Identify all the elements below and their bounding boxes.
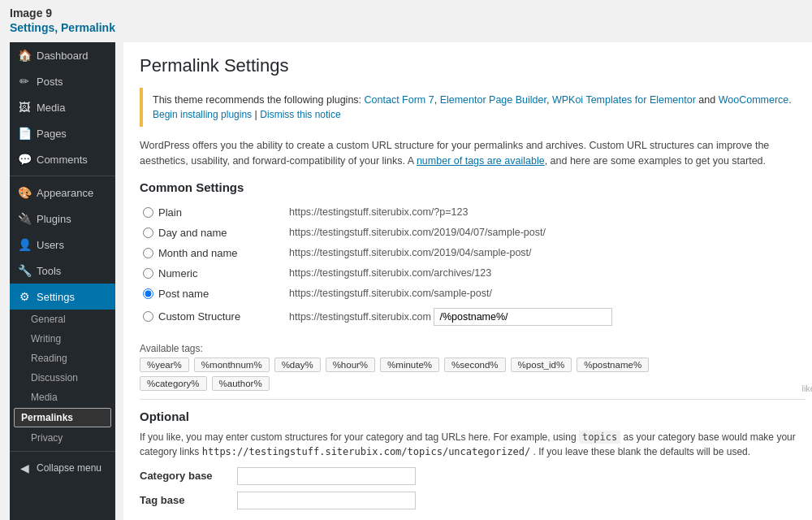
wp-layout: 🏠 Dashboard ✏ Posts 🖼 Media 📄 Pages 💬 Co… [10,42,812,520]
sidebar-item-appearance[interactable]: 🎨 Appearance [10,180,115,206]
description: WordPress offers you the ability to crea… [140,138,806,169]
tag-base-label: Tag base [140,494,237,506]
sidebar-item-label: Users [37,239,64,251]
sidebar-sub-discussion[interactable]: Discussion [10,368,115,388]
notice-link-woocommerce[interactable]: WooCommerce [719,94,789,106]
sidebar-sub-privacy[interactable]: Privacy [10,428,115,448]
custom-structure-radio[interactable] [143,311,153,322]
settings-icon: ⚙ [18,290,31,303]
day-name-label[interactable]: Day and name [143,227,283,239]
custom-structure-input[interactable] [434,308,612,326]
appearance-icon: 🎨 [18,186,31,199]
tag-postname[interactable]: %postname% [577,358,649,372]
image-label: Image 9 [10,6,802,20]
base-fields: Category base Tag base [140,467,806,509]
tag-base-row: Tag base [140,492,806,509]
users-icon: 👤 [18,238,31,251]
sidebar-collapse-menu[interactable]: ◀ Collapse menu [10,455,115,481]
url-example: https://testingstuff.siterubix.com/topic… [202,446,531,457]
sidebar-sub-permalinks[interactable]: Permalinks [14,408,111,427]
notice-box: This theme recommends the following plug… [140,88,806,127]
sidebar-item-users[interactable]: 👤 Users [10,232,115,258]
month-name-radio[interactable] [143,248,153,258]
tag-year[interactable]: %year% [140,358,189,372]
category-base-input[interactable] [237,467,416,485]
day-name-radio[interactable] [143,228,153,238]
sidebar-item-label: Comments [37,154,88,166]
tag-hour[interactable]: %hour% [326,358,375,372]
sidebar-sub-media[interactable]: Media [10,388,115,407]
table-row: Plain https://testingstuff.siterubix.com… [140,202,806,223]
tag-day[interactable]: %day% [274,358,321,372]
sidebar-item-label: Media [37,102,65,114]
notice-text: This theme recommends the following plug… [153,94,365,106]
sidebar-item-label: Plugins [37,213,71,225]
outer-wrapper: Image 9 Settings, Permalink 🏠 Dashboard … [0,0,812,520]
tag-second[interactable]: %second% [444,358,506,372]
divider [140,399,806,400]
tag-author[interactable]: %author% [212,376,270,391]
sidebar-item-dashboard[interactable]: 🏠 Dashboard [10,42,115,68]
tag-category[interactable]: %category% [140,376,207,391]
sidebar-sub-general[interactable]: General [10,310,115,329]
notice-link-elementor[interactable]: Elementor Page Builder [440,94,546,106]
post-name-url: https://testingstuff.siterubix.com/sampl… [286,284,806,304]
tag-post-id[interactable]: %post_id% [511,358,572,372]
pages-icon: 📄 [18,127,31,140]
table-row: Month and name https://testingstuff.site… [140,243,806,263]
sidebar-item-tools[interactable]: 🔧 Tools [10,258,115,284]
post-name-label[interactable]: Post name [143,288,283,300]
tags-available-link[interactable]: number of tags are available [417,155,545,167]
category-base-row: Category base [140,467,806,485]
optional-description: If you like, you may enter custom struct… [140,430,806,459]
tags-label: Available tags: [140,343,806,354]
content-area: Permalink Settings This theme recommends… [123,42,812,520]
sidebar-sub-reading[interactable]: Reading [10,349,115,368]
sidebar-item-plugins[interactable]: 🔌 Plugins [10,206,115,232]
sidebar-divider [10,176,115,176]
available-tags: Available tags: %year% %monthnum% %day% … [140,343,806,391]
sidebar-sub-writing[interactable]: Writing [10,329,115,349]
optional-title: Optional [140,410,806,423]
numeric-radio[interactable] [143,268,153,279]
tag-minute[interactable]: %minute% [380,358,439,372]
custom-url-prefix: https://testingstuff.siterubix.com [289,311,431,323]
sidebar-item-comments[interactable]: 💬 Comments [10,146,115,172]
plugins-icon: 🔌 [18,212,31,225]
sidebar: 🏠 Dashboard ✏ Posts 🖼 Media 📄 Pages 💬 Co… [10,42,115,520]
collapse-icon: ◀ [18,462,31,474]
plain-url: https://testingstuff.siterubix.com/?p=12… [286,202,806,223]
plain-label[interactable]: Plain [143,206,283,219]
custom-structure-label[interactable]: Custom Structure [143,310,283,323]
table-row: Day and name https://testingstuff.siteru… [140,223,806,243]
tag-base-input[interactable] [237,492,416,509]
sidebar-item-label: Dashboard [37,50,89,62]
notice-link-wpkoi[interactable]: WPKoi Templates for Elementor [552,94,696,106]
tag-row-1: %year% %monthnum% %day% %hour% %minute% … [140,358,806,372]
table-row: Post name https://testingstuff.siterubix… [140,284,806,304]
posts-icon: ✏ [18,75,31,88]
category-base-label: Category base [140,470,237,482]
tag-row-2: %category% %author% [140,376,806,391]
common-settings-title: Common Settings [140,180,806,194]
numeric-label[interactable]: Numeric [143,267,283,280]
sidebar-item-pages[interactable]: 📄 Pages [10,120,115,146]
plain-radio[interactable] [143,207,153,218]
sidebar-item-posts[interactable]: ✏ Posts [10,68,115,94]
tag-monthnum[interactable]: %monthnum% [194,358,270,372]
sidebar-item-media[interactable]: 🖼 Media [10,94,115,120]
post-name-radio[interactable] [143,288,153,299]
sidebar-item-label: Appearance [37,187,93,199]
numeric-url: https://testingstuff.siterubix.com/archi… [286,263,806,284]
sidebar-item-label: Settings [37,291,75,303]
common-settings-table: Plain https://testingstuff.siterubix.com… [140,202,806,330]
sidebar-item-label: Pages [37,128,67,140]
month-name-label[interactable]: Month and name [143,247,283,259]
dismiss-notice-link[interactable]: Dismiss this notice [260,109,340,120]
sidebar-item-settings[interactable]: ⚙ Settings [10,284,115,310]
notice-link-contact-form[interactable]: Contact Form 7 [365,94,434,106]
table-row: Custom Structure https://testingstuff.si… [140,304,806,330]
main-content: Permalink Settings This theme recommends… [115,42,812,520]
code-example: topics [579,431,620,444]
begin-installing-link[interactable]: Begin installing plugins [153,109,252,120]
